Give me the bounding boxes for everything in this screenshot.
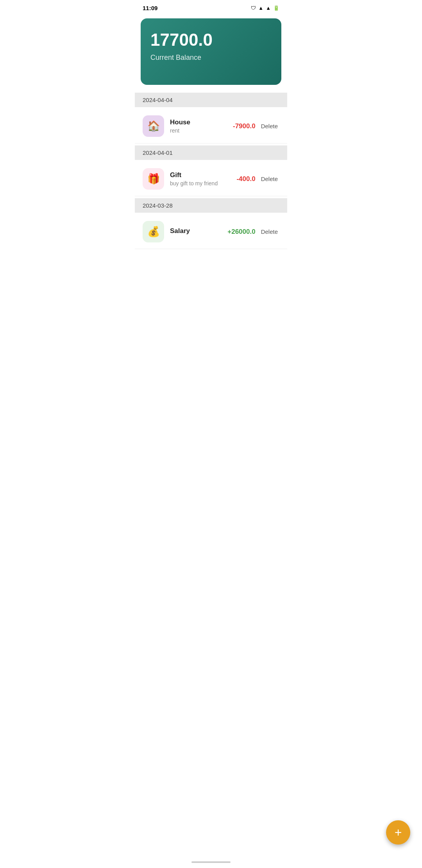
house-amount-row: -7900.0 Delete bbox=[233, 122, 279, 130]
salary-amount: +26000.0 bbox=[227, 228, 255, 236]
transaction-gift: 🎁 Gift buy gift to my friend -400.0 Dele… bbox=[135, 162, 287, 196]
salary-details: Salary bbox=[170, 227, 222, 236]
date-header-2: 2024-04-01 bbox=[135, 145, 287, 160]
transaction-house: 🏠 House rent -7900.0 Delete bbox=[135, 109, 287, 143]
salary-icon: 💰 bbox=[143, 221, 164, 242]
signal-icon: ▲ bbox=[258, 5, 263, 11]
house-icon: 🏠 bbox=[143, 115, 164, 137]
bottom-bar bbox=[135, 856, 287, 868]
status-icons: 🛡 ▲ ▲ 🔋 bbox=[251, 5, 279, 11]
gift-details: Gift buy gift to my friend bbox=[170, 171, 231, 187]
house-name: House bbox=[170, 118, 227, 126]
battery-icon: 🔋 bbox=[273, 5, 279, 11]
shield-icon: 🛡 bbox=[251, 5, 256, 11]
transactions-list: 2024-04-04 🏠 House rent -7900.0 Delete 2… bbox=[135, 93, 287, 249]
transaction-salary: 💰 Salary +26000.0 Delete bbox=[135, 215, 287, 249]
salary-amount-row: +26000.0 Delete bbox=[227, 228, 279, 236]
gift-amount-row: -400.0 Delete bbox=[236, 175, 279, 183]
gift-desc: buy gift to my friend bbox=[170, 180, 231, 187]
date-header-3: 2024-03-28 bbox=[135, 198, 287, 213]
salary-delete-button[interactable]: Delete bbox=[259, 228, 279, 236]
house-desc: rent bbox=[170, 127, 227, 134]
balance-amount: 17700.0 bbox=[150, 30, 272, 50]
gift-amount: -400.0 bbox=[236, 175, 255, 183]
gift-name: Gift bbox=[170, 171, 231, 179]
gift-icon: 🎁 bbox=[143, 168, 164, 190]
status-bar: 11:09 🛡 ▲ ▲ 🔋 bbox=[135, 0, 287, 14]
house-amount: -7900.0 bbox=[233, 122, 256, 130]
status-time: 11:09 bbox=[143, 5, 157, 11]
wifi-icon: ▲ bbox=[266, 5, 271, 11]
balance-label: Current Balance bbox=[150, 54, 272, 62]
house-delete-button[interactable]: Delete bbox=[259, 122, 279, 130]
salary-name: Salary bbox=[170, 227, 222, 235]
balance-card: 17700.0 Current Balance bbox=[141, 18, 281, 85]
date-header-1: 2024-04-04 bbox=[135, 93, 287, 107]
home-indicator bbox=[191, 861, 231, 863]
gift-delete-button[interactable]: Delete bbox=[259, 175, 279, 183]
house-details: House rent bbox=[170, 118, 227, 134]
